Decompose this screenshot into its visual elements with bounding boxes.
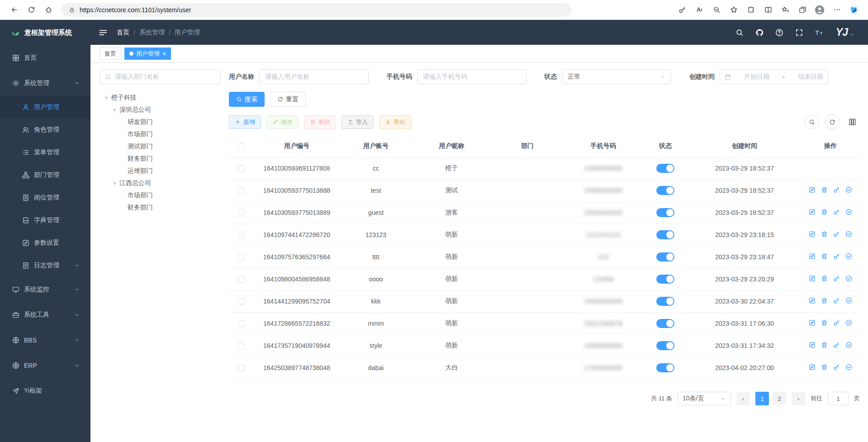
- page-button-2[interactable]: 2: [773, 392, 786, 405]
- sidebar-item-tool[interactable]: 系统工具: [0, 302, 90, 328]
- tab-用户管理[interactable]: 用户管理×: [124, 48, 171, 60]
- row-delete-button[interactable]: [821, 364, 828, 371]
- row-delete-button[interactable]: [821, 186, 828, 193]
- url-bar[interactable]: https://ccnetcore.com:1101/system/user: [62, 3, 572, 17]
- extensions-button[interactable]: [743, 2, 759, 18]
- status-toggle[interactable]: [656, 186, 674, 195]
- sidebar-item-menu[interactable]: 菜单管理: [0, 141, 90, 164]
- row-edit-button[interactable]: [809, 364, 816, 371]
- favorites-bar-button[interactable]: [778, 2, 793, 18]
- sidebar-item-role[interactable]: 角色管理: [0, 119, 90, 141]
- tree-node[interactable]: 运维部门: [100, 165, 221, 177]
- refresh-button[interactable]: [24, 2, 39, 18]
- status-toggle[interactable]: [656, 164, 674, 173]
- row-checkbox[interactable]: [238, 232, 245, 238]
- tree-node[interactable]: 测试部门: [100, 140, 221, 152]
- row-delete-button[interactable]: [821, 319, 828, 326]
- column-settings-button[interactable]: [845, 114, 860, 129]
- tree-node[interactable]: ▾江西总公司: [100, 177, 221, 189]
- row-assign-role-button[interactable]: [845, 364, 852, 371]
- row-checkbox[interactable]: [238, 365, 245, 371]
- zoom-button[interactable]: [709, 2, 724, 18]
- sidebar-item-dept[interactable]: 部门管理: [0, 164, 90, 186]
- row-assign-role-button[interactable]: [845, 342, 852, 348]
- sidebar-item-log[interactable]: 日志管理: [0, 254, 90, 277]
- toggle-search-button[interactable]: [804, 114, 819, 129]
- row-delete-button[interactable]: [821, 297, 828, 304]
- row-edit-button[interactable]: [809, 186, 816, 193]
- row-assign-role-button[interactable]: [845, 297, 852, 304]
- hamburger-icon[interactable]: [99, 28, 108, 37]
- row-assign-role-button[interactable]: [845, 209, 852, 215]
- row-checkbox[interactable]: [238, 187, 245, 194]
- delete-button[interactable]: 删除: [304, 115, 336, 129]
- sidebar-item-erp[interactable]: ERP: [0, 353, 90, 378]
- tree-node[interactable]: 研发部门: [100, 116, 221, 128]
- row-reset-password-button[interactable]: [833, 253, 840, 260]
- row-edit-button[interactable]: [809, 275, 816, 282]
- copilot-button[interactable]: [846, 2, 862, 18]
- row-delete-button[interactable]: [821, 342, 828, 348]
- phone-input[interactable]: 请输入手机号码: [417, 69, 526, 84]
- read-aloud-button[interactable]: [692, 2, 707, 18]
- breadcrumb-item[interactable]: 系统管理: [139, 29, 165, 37]
- question-button[interactable]: [775, 29, 783, 37]
- star-button[interactable]: [726, 2, 741, 18]
- tree-expand-caret-icon[interactable]: ▾: [101, 95, 111, 101]
- github-button[interactable]: [755, 29, 764, 37]
- key-button[interactable]: [674, 2, 690, 18]
- back-button[interactable]: [6, 2, 22, 18]
- row-reset-password-button[interactable]: [833, 297, 840, 304]
- row-edit-button[interactable]: [809, 253, 816, 260]
- home-button[interactable]: [41, 2, 56, 18]
- date-range-input[interactable]: 开始日期 - 结束日期: [720, 69, 828, 84]
- page-size-select[interactable]: 10条/页: [678, 392, 731, 405]
- row-edit-button[interactable]: [809, 209, 816, 215]
- collections-button[interactable]: [795, 2, 810, 18]
- page-button-1[interactable]: 1: [755, 392, 769, 405]
- tree-expand-caret-icon[interactable]: ▾: [109, 107, 119, 113]
- close-tab-icon[interactable]: ×: [162, 51, 166, 57]
- tab-首页[interactable]: 首页: [100, 48, 121, 60]
- status-toggle[interactable]: [656, 275, 674, 284]
- add-button[interactable]: 新增: [229, 115, 261, 129]
- status-toggle[interactable]: [656, 363, 674, 372]
- sidebar-item-user[interactable]: 用户管理: [0, 96, 90, 119]
- row-delete-button[interactable]: [821, 209, 828, 215]
- sidebar-item-post[interactable]: 岗位管理: [0, 186, 90, 209]
- status-select[interactable]: 正常: [562, 69, 671, 84]
- split-screen-button[interactable]: [760, 2, 776, 18]
- tree-node[interactable]: 财务部门: [100, 152, 221, 165]
- tree-node[interactable]: ▾深圳总公司: [100, 104, 221, 116]
- import-button[interactable]: 导入: [342, 115, 374, 129]
- sidebar-item-system[interactable]: 系统管理: [0, 71, 90, 96]
- reset-button[interactable]: 重置: [270, 92, 306, 107]
- tree-node[interactable]: ▾橙子科技: [100, 91, 221, 104]
- sidebar-item-monitor[interactable]: 系统监控: [0, 277, 90, 302]
- row-assign-role-button[interactable]: [845, 186, 852, 193]
- tree-expand-caret-icon[interactable]: ▾: [109, 180, 119, 186]
- next-page-button[interactable]: ›: [792, 392, 805, 405]
- row-reset-password-button[interactable]: [833, 275, 840, 282]
- status-toggle[interactable]: [656, 319, 674, 328]
- fullscreen-button[interactable]: [795, 29, 803, 37]
- row-reset-password-button[interactable]: [833, 342, 840, 348]
- user-avatar[interactable]: YJ: [836, 26, 854, 38]
- tree-node[interactable]: 市场部门: [100, 128, 221, 140]
- row-reset-password-button[interactable]: [833, 209, 840, 215]
- search-button[interactable]: [735, 29, 744, 37]
- row-checkbox[interactable]: [238, 209, 245, 216]
- row-reset-password-button[interactable]: [833, 364, 840, 371]
- row-checkbox[interactable]: [238, 165, 245, 172]
- sidebar-item-config[interactable]: 参数设置: [0, 232, 90, 254]
- edit-button[interactable]: 修改: [266, 115, 299, 129]
- row-assign-role-button[interactable]: [845, 231, 852, 238]
- row-checkbox[interactable]: [238, 276, 245, 283]
- username-input[interactable]: 请输入用户名称: [259, 69, 369, 84]
- sidebar-item-yi[interactable]: Yi框架: [0, 378, 90, 404]
- row-assign-role-button[interactable]: [845, 319, 852, 326]
- avatar-button[interactable]: [812, 2, 827, 18]
- select-all-checkbox[interactable]: [238, 143, 245, 150]
- row-reset-password-button[interactable]: [833, 319, 840, 326]
- row-reset-password-button[interactable]: [833, 186, 840, 193]
